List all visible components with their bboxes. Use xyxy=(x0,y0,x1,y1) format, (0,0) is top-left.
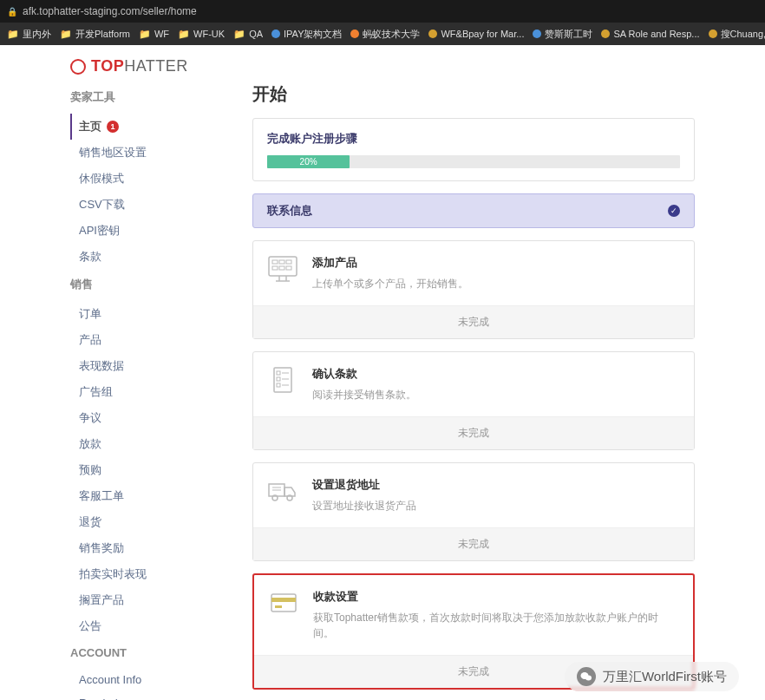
sidebar-item[interactable]: 公告 xyxy=(70,613,218,639)
page-content: TOPHATTER 卖家工具 主页1销售地区设置休假模式CSV下载API密钥条款… xyxy=(0,45,765,700)
svg-rect-15 xyxy=(277,383,280,387)
sidebar-item[interactable]: 条款 xyxy=(70,244,218,270)
sidebar-item-label: 广告组 xyxy=(79,384,113,400)
step-status: 未完成 xyxy=(253,305,694,338)
step-status: 未完成 xyxy=(253,416,694,449)
bookmark-item[interactable]: WF&Bpay for Mar... xyxy=(428,29,524,39)
folder-icon: 📁 xyxy=(7,29,19,40)
svg-rect-22 xyxy=(271,594,296,612)
bookmarks-bar: 📁里内外📁开发Platform📁WF📁WF-UK📁QAIPAY架构文档蚂蚁技术大… xyxy=(0,23,765,45)
step-description: 上传单个或多个产品，开始销售。 xyxy=(312,276,680,291)
contact-info-card[interactable]: 联系信息 ✓ xyxy=(252,193,695,228)
sidebar-item-label: 产品 xyxy=(79,332,101,348)
bookmark-item[interactable]: 📁QA xyxy=(233,29,263,40)
svg-rect-3 xyxy=(286,260,291,264)
logo-text: TOPHATTER xyxy=(91,57,188,75)
step-description: 获取Tophatter销售款项，首次放款时间将取决于您添加放款收款户账户的时间。 xyxy=(313,610,679,641)
sidebar-item[interactable]: 广告组 xyxy=(70,379,218,405)
page-title: 开始 xyxy=(252,82,695,106)
sidebar-item-label: Reminders xyxy=(79,697,134,700)
sidebar-item-label: 客服工单 xyxy=(79,488,124,504)
svg-point-26 xyxy=(585,676,592,681)
sidebar-item-label: 预购 xyxy=(79,462,101,478)
logo[interactable]: TOPHATTER xyxy=(70,54,695,82)
sidebar-item[interactable]: 订单 xyxy=(70,301,218,327)
bookmark-item[interactable]: 📁WF-UK xyxy=(178,29,225,40)
document-icon xyxy=(267,366,298,394)
step-title: 添加产品 xyxy=(312,255,680,271)
sidebar-item[interactable]: Reminders xyxy=(70,691,218,700)
bookmark-item[interactable]: IPAY架构文档 xyxy=(271,28,342,41)
sidebar-item[interactable]: 销售地区设置 xyxy=(70,140,218,166)
step-description: 阅读并接受销售条款。 xyxy=(312,387,680,402)
progress-fill: 20% xyxy=(267,155,350,168)
folder-icon: 📁 xyxy=(60,29,72,40)
sidebar-item[interactable]: 表现数据 xyxy=(70,353,218,379)
sidebar: 卖家工具 主页1销售地区设置休假模式CSV下载API密钥条款 销售 订单产品表现… xyxy=(70,82,218,700)
folder-icon: 📁 xyxy=(233,29,245,40)
step-title: 收款设置 xyxy=(313,589,679,605)
bookmark-item[interactable]: 赞斯斯工时 xyxy=(533,28,592,41)
sidebar-item-label: 条款 xyxy=(79,249,101,265)
sidebar-item[interactable]: API密钥 xyxy=(70,218,218,244)
sidebar-item-label: 表现数据 xyxy=(79,358,124,374)
sidebar-item-label: API密钥 xyxy=(79,223,120,239)
wechat-overlay[interactable]: 万里汇WorldFirst账号 xyxy=(565,662,739,691)
svg-rect-24 xyxy=(275,605,282,608)
notification-badge: 1 xyxy=(107,121,119,133)
sidebar-item[interactable]: 预购 xyxy=(70,457,218,483)
sidebar-item-label: 主页 xyxy=(79,119,101,134)
sidebar-item-label: 销售奖励 xyxy=(79,540,124,556)
truck-icon xyxy=(267,477,298,505)
sidebar-item[interactable]: 休假模式 xyxy=(70,166,218,192)
registration-title: 完成账户注册步骤 xyxy=(267,131,680,147)
sidebar-item[interactable]: CSV下载 xyxy=(70,192,218,218)
sidebar-item-label: 订单 xyxy=(79,306,101,322)
folder-icon: 📁 xyxy=(139,29,151,40)
step-description: 设置地址接收退货产品 xyxy=(312,498,680,514)
sidebar-item[interactable]: 放款 xyxy=(70,431,218,457)
bookmark-favicon xyxy=(601,29,610,38)
folder-icon: 📁 xyxy=(178,29,190,40)
step-card[interactable]: 确认条款阅读并接受销售条款。未完成 xyxy=(252,351,695,450)
bookmark-item[interactable]: SA Role and Resp... xyxy=(601,29,699,39)
svg-rect-2 xyxy=(279,260,284,264)
sidebar-item-label: 退货 xyxy=(79,514,101,530)
sidebar-item[interactable]: 搁置产品 xyxy=(70,587,218,613)
sidebar-item[interactable]: 销售奖励 xyxy=(70,535,218,561)
step-title: 确认条款 xyxy=(312,366,680,382)
check-icon: ✓ xyxy=(668,205,680,217)
registration-card: 完成账户注册步骤 20% xyxy=(252,118,695,181)
bookmark-item[interactable]: 📁里内外 xyxy=(7,28,51,41)
sidebar-item[interactable]: 主页1 xyxy=(70,114,218,140)
sidebar-item[interactable]: 拍卖实时表现 xyxy=(70,561,218,587)
bookmark-item[interactable]: 蚂蚁技术大学 xyxy=(350,28,420,41)
sidebar-item-label: CSV下载 xyxy=(79,197,125,213)
sidebar-item[interactable]: 退货 xyxy=(70,509,218,535)
bookmark-favicon xyxy=(271,29,280,38)
bookmark-item[interactable]: 📁开发Platform xyxy=(60,28,130,41)
sidebar-item[interactable]: Account Info xyxy=(70,668,218,691)
bookmark-item[interactable]: 搜Chuang, 公开课... xyxy=(709,28,766,41)
sidebar-item[interactable]: 客服工单 xyxy=(70,483,218,509)
sidebar-section-tools: 卖家工具 xyxy=(70,89,218,105)
bookmark-favicon xyxy=(533,29,541,38)
step-card[interactable]: 添加产品上传单个或多个产品，开始销售。未完成 xyxy=(252,240,695,339)
svg-rect-1 xyxy=(272,260,278,264)
bookmark-item[interactable]: 📁WF xyxy=(139,29,169,40)
svg-rect-13 xyxy=(277,377,280,381)
sidebar-section-account: ACCOUNT xyxy=(70,646,218,659)
step-card[interactable]: 设置退货地址设置地址接收退货产品未完成 xyxy=(252,462,695,561)
sidebar-item[interactable]: 争议 xyxy=(70,405,218,431)
sidebar-item-label: 销售地区设置 xyxy=(79,145,147,160)
bookmark-favicon xyxy=(428,29,437,38)
sidebar-item-label: 放款 xyxy=(79,436,101,452)
bookmark-favicon xyxy=(709,29,717,38)
card-icon xyxy=(268,589,299,617)
sidebar-item-label: 拍卖实时表现 xyxy=(79,566,147,582)
main-content: 开始 完成账户注册步骤 20% 联系信息 ✓ 添加产品上传单个或多个产品，开始销… xyxy=(252,82,695,700)
wechat-text: 万里汇WorldFirst账号 xyxy=(603,669,727,685)
sidebar-item-label: Account Info xyxy=(79,673,141,686)
sidebar-item[interactable]: 产品 xyxy=(70,327,218,353)
monitor-icon xyxy=(267,255,298,283)
